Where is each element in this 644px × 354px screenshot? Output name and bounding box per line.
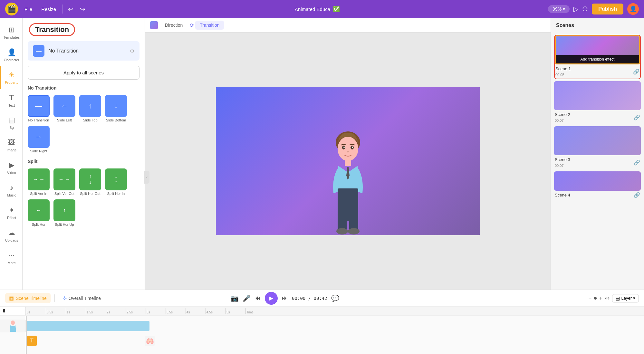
camera-button[interactable]: 📷 <box>231 294 239 302</box>
main-canvas-area: Direction ⟳ Transition <box>145 18 551 290</box>
transition-item-split-ver-out[interactable]: ← → Split Ver Out <box>53 168 75 196</box>
publish-button[interactable]: Publish <box>592 4 623 14</box>
direction-tab-button[interactable]: Direction <box>160 21 187 30</box>
play-button[interactable]: ▶ <box>265 292 278 305</box>
ruler-mark-1s: 1s <box>66 308 86 314</box>
sidebar-item-uploads[interactable]: ☁ Uploads <box>0 224 23 247</box>
sidebar-item-character[interactable]: 👤 Character <box>0 44 23 66</box>
no-transition-grid: — No Transition ← Slide Left ↑ Slide Top… <box>23 92 145 156</box>
zoom-plus[interactable]: + <box>599 295 602 301</box>
share-button[interactable]: ⚇ <box>582 5 588 13</box>
collapse-panel-button[interactable]: ‹ <box>144 171 149 184</box>
transition-item-split-ver-in[interactable]: → ← Split Ver In <box>28 168 50 196</box>
transition-item-slide-left[interactable]: ← Slide Left <box>53 95 75 122</box>
user-avatar[interactable]: 👤 <box>627 3 639 15</box>
playback-controls: 📷 🎤 ⏮ ▶ ⏭ 00:00 / 00:42 💬 <box>231 292 339 305</box>
redo-button[interactable]: ↪ <box>79 4 87 14</box>
zoom-dot <box>594 297 597 300</box>
music-icon: ♪ <box>10 184 14 192</box>
scene-item-2[interactable]: Scene 2 00:07 🔗 <box>554 81 641 124</box>
svg-point-10 <box>336 228 348 234</box>
transition-slide-left-label: Slide Left <box>57 118 72 122</box>
character-track-block[interactable] <box>27 321 149 331</box>
ruler-mark-5s: 5s <box>226 308 245 314</box>
transition-item-split-hor-in[interactable]: ↓↑ Split Hor In <box>105 168 127 196</box>
canvas[interactable] <box>216 87 480 235</box>
divider-1 <box>62 5 63 14</box>
ruler-mark-25s: 2.5s <box>126 308 146 314</box>
expand-icon[interactable]: ⇔ <box>605 295 610 302</box>
transition-item-none[interactable]: — No Transition <box>28 95 50 122</box>
sidebar-item-text[interactable]: T Text <box>0 89 23 111</box>
lungs-track-block[interactable]: 🫁 <box>145 336 155 346</box>
preview-button[interactable]: ▷ <box>573 5 578 13</box>
caption-button[interactable]: 💬 <box>331 294 339 302</box>
scene-3-name: Scene 3 <box>555 157 570 162</box>
logo[interactable]: 🎬 <box>5 3 18 15</box>
scene-2-name: Scene 2 <box>555 112 570 117</box>
scene-4-toggle[interactable]: 🔗 <box>634 192 640 198</box>
scene-3-time: 00:07 <box>555 164 564 167</box>
scene-3-thumbnail <box>554 126 641 155</box>
zoom-minus[interactable]: − <box>589 295 591 301</box>
transition-tab-wrapper: ⟳ Transition <box>190 21 224 30</box>
transition-item-slide-bottom[interactable]: ↓ Slide Bottom <box>105 95 127 122</box>
sidebar-item-more[interactable]: ··· More <box>0 247 23 269</box>
split-section-title: Split <box>23 156 145 166</box>
sidebar-item-image[interactable]: 🖼 Image <box>0 134 23 157</box>
scene-timeline-tab[interactable]: ▦ Scene Timeline <box>5 293 51 303</box>
svg-point-5 <box>352 147 353 148</box>
transition-panel: Transition — No Transition ⚙ Apply to al… <box>23 18 145 290</box>
sidebar-item-video[interactable]: ▶ Video <box>0 157 23 179</box>
transition-tab-button[interactable]: Transition <box>195 21 224 30</box>
split-hor-in-box: ↓↑ <box>105 168 127 190</box>
file-menu[interactable]: File <box>22 5 35 13</box>
transition-item-split-hor[interactable]: ← Split Hor <box>28 199 50 226</box>
scene-4-info: Scene 4 🔗 <box>554 191 641 199</box>
apply-all-button[interactable]: Apply to all scenes <box>28 66 139 80</box>
mic-button[interactable]: 🎤 <box>243 294 251 302</box>
zoom-control[interactable]: 99% ▾ <box>548 5 570 13</box>
svg-point-1 <box>338 137 358 161</box>
sidebar-item-music[interactable]: ♪ Music <box>0 179 23 202</box>
transition-gear-button[interactable]: ⚙ <box>130 48 134 54</box>
transition-item-slide-right[interactable]: → Slide Right <box>28 126 50 153</box>
scene-4-thumbnail <box>554 171 641 191</box>
sidebar-item-property[interactable]: ☀ Property <box>0 66 23 89</box>
transition-none-label: No Transition <box>28 118 49 122</box>
no-transition-section-title: No Transition <box>23 82 145 92</box>
scene-1-toggle[interactable]: 🔗 <box>633 69 639 75</box>
transition-item-split-hor-up[interactable]: ↑ Split Hor Up <box>53 199 75 226</box>
ruler-mark-3s: 3s <box>146 308 166 314</box>
resize-menu[interactable]: Resize <box>39 5 59 13</box>
split-ver-out-label: Split Ver Out <box>54 192 74 196</box>
layer-button[interactable]: ▤ Layer ▾ <box>612 294 639 302</box>
transition-slide-bottom-label: Slide Bottom <box>106 118 126 122</box>
sidebar-item-templates[interactable]: ⊞ Templates <box>0 21 23 44</box>
scene-3-toggle[interactable]: 🔗 <box>634 159 640 166</box>
next-button[interactable]: ⏭ <box>282 294 288 302</box>
more-icon: ··· <box>9 251 14 260</box>
sidebar-item-bg[interactable]: ▤ Bg <box>0 111 23 134</box>
templates-icon: ⊞ <box>9 26 14 34</box>
effect-icon: ✦ <box>9 206 14 215</box>
playhead[interactable] <box>3 309 5 312</box>
scene-1-tooltip: Add transition effect <box>556 55 639 63</box>
transition-item-slide-top[interactable]: ↑ Slide Top <box>79 95 101 122</box>
sidebar-item-effect[interactable]: ✦ Effect <box>0 202 23 224</box>
scene-item-3[interactable]: Scene 3 00:07 🔗 <box>554 126 641 169</box>
scenes-header: Scenes <box>551 18 644 33</box>
scene-2-toggle[interactable]: 🔗 <box>634 114 640 120</box>
transition-slide-top-box: ↑ <box>79 95 101 117</box>
scene-item-4[interactable]: Scene 4 🔗 <box>554 171 641 199</box>
scene-1-name: Scene 1 <box>555 66 571 71</box>
transition-slide-right-box: → <box>28 126 50 148</box>
transition-item-split-hor-out[interactable]: ↑↓ Split Hor Out <box>79 168 101 196</box>
overall-timeline-tab[interactable]: ⊹ Overall Timeline <box>59 293 105 303</box>
transition-slide-left-box: ← <box>53 95 75 117</box>
scene-item-1[interactable]: Add transition effect Scene 1 00:05 🔗 <box>554 35 641 79</box>
image-icon: 🖼 <box>8 139 15 147</box>
text-track-block[interactable]: T <box>27 336 37 346</box>
undo-button[interactable]: ↩ <box>67 4 75 14</box>
prev-button[interactable]: ⏮ <box>255 294 261 302</box>
